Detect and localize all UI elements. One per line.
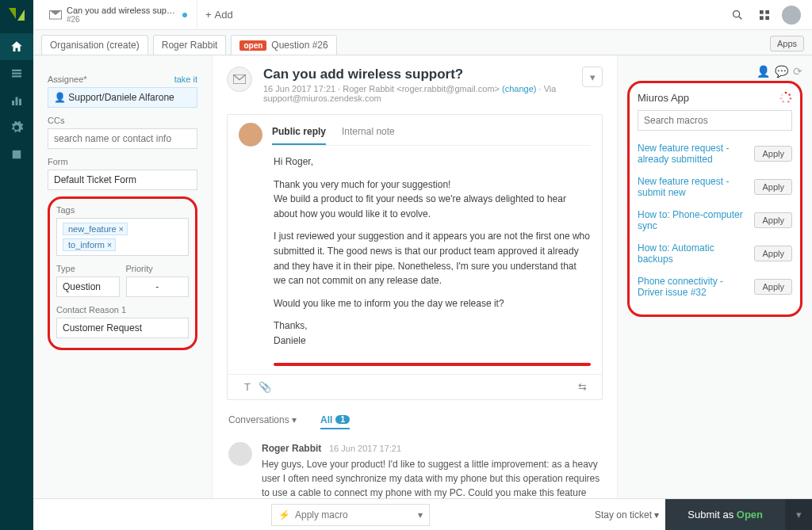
internal-note-tab[interactable]: Internal note bbox=[342, 123, 395, 145]
svg-point-15 bbox=[788, 93, 791, 96]
svg-rect-9 bbox=[760, 10, 764, 14]
svg-rect-2 bbox=[12, 75, 21, 77]
attachment-icon[interactable]: 📎 bbox=[256, 381, 274, 393]
breadcrumb-bar: Organisation (create) Roger Rabbit open … bbox=[33, 30, 812, 55]
macro-link[interactable]: New feature request - already submitted bbox=[638, 143, 748, 165]
assignee-value: Support/Daniele Alfarone bbox=[68, 92, 174, 103]
apply-macro-dropdown[interactable]: ⚡ Apply macro ▾ bbox=[271, 504, 430, 526]
macro-link[interactable]: How to: Automatic backups bbox=[638, 242, 748, 265]
expand-icon[interactable]: ⇆ bbox=[573, 381, 591, 393]
svg-point-18 bbox=[782, 101, 784, 103]
svg-rect-5 bbox=[19, 99, 21, 105]
macro-link[interactable]: New feature request - submit new bbox=[638, 176, 748, 198]
apply-macro-button[interactable]: Apply bbox=[754, 246, 792, 261]
text-format-icon[interactable]: T bbox=[239, 381, 256, 393]
submit-button[interactable]: Submit as Open bbox=[665, 499, 785, 531]
reply-editor: Public reply Internal note Hi Roger, Tha… bbox=[227, 114, 603, 400]
add-tab-button[interactable]: + Add bbox=[197, 0, 241, 30]
nav-home[interactable] bbox=[0, 33, 33, 60]
ticket-subject: Can you add wireless support? bbox=[263, 67, 571, 82]
tag-chip[interactable]: to_inform× bbox=[63, 238, 116, 251]
contact-reason-select[interactable]: Customer Request bbox=[56, 318, 189, 338]
apply-macro-button[interactable]: Apply bbox=[754, 146, 792, 162]
filter-all[interactable]: All 1 bbox=[320, 414, 350, 429]
svg-rect-1 bbox=[12, 73, 21, 74]
apply-macro-button[interactable]: Apply bbox=[754, 279, 792, 295]
type-select[interactable]: Question bbox=[56, 276, 120, 297]
apps-grid-icon[interactable] bbox=[753, 4, 776, 26]
macro-row: How to: Phone-computer syncApply bbox=[638, 204, 792, 237]
nav-other[interactable] bbox=[0, 141, 33, 168]
apps-sidebar: 👤 💬 ⟳ Miuros App New feature request - a… bbox=[618, 55, 812, 498]
submit-dropdown-button[interactable]: ▾ bbox=[785, 499, 812, 531]
search-icon[interactable] bbox=[726, 4, 749, 26]
priority-label: Priority bbox=[126, 264, 190, 273]
macro-link[interactable]: How to: Phone-computer sync bbox=[638, 209, 748, 231]
stay-on-ticket-dropdown[interactable]: Stay on ticket ▾ bbox=[595, 509, 659, 520]
macro-search-input[interactable] bbox=[638, 110, 792, 131]
refresh-icon[interactable]: ⟳ bbox=[793, 65, 802, 78]
macro-row: New feature request - already submittedA… bbox=[638, 137, 792, 170]
tab-title: Can you add wireless suppo... bbox=[67, 6, 178, 15]
apply-macro-button[interactable]: Apply bbox=[754, 212, 792, 228]
tab-subtitle: #26 bbox=[67, 15, 178, 24]
form-label: Form bbox=[48, 157, 197, 166]
tags-label: Tags bbox=[56, 205, 189, 215]
add-label: Add bbox=[215, 9, 233, 21]
miuros-title: Miuros App bbox=[638, 92, 689, 104]
svg-rect-3 bbox=[12, 101, 14, 105]
macro-link[interactable]: Phone connectivity - Driver issue #32 bbox=[638, 276, 748, 298]
person-icon: 👤 bbox=[54, 92, 66, 103]
nav-views[interactable] bbox=[0, 60, 33, 87]
profile-avatar[interactable] bbox=[780, 4, 802, 26]
nav-reporting[interactable] bbox=[0, 87, 33, 114]
type-label: Type bbox=[56, 264, 120, 273]
apply-macro-label: Apply macro bbox=[295, 509, 348, 520]
left-nav-rail bbox=[0, 0, 33, 530]
svg-point-17 bbox=[787, 101, 790, 103]
tags-field[interactable]: new_feature× to_inform× bbox=[56, 218, 189, 256]
ccs-input[interactable] bbox=[48, 128, 197, 149]
breadcrumb-ticket-label: Question #26 bbox=[271, 40, 327, 51]
remove-tag-icon[interactable]: × bbox=[107, 240, 112, 250]
assignee-field[interactable]: 👤 Support/Daniele Alfarone bbox=[48, 87, 197, 108]
form-select[interactable]: Default Ticket Form bbox=[48, 170, 197, 190]
highlighted-fields: Tags new_feature× to_inform× Type Questi… bbox=[48, 196, 197, 350]
svg-point-19 bbox=[780, 97, 783, 100]
ticket-options-button[interactable]: ▾ bbox=[582, 67, 603, 87]
ticket-tab[interactable]: Can you add wireless suppo... #26 bbox=[40, 0, 197, 30]
apply-macro-button[interactable]: Apply bbox=[754, 179, 792, 195]
agent-avatar bbox=[239, 123, 262, 147]
tag-chip[interactable]: new_feature× bbox=[63, 223, 128, 235]
breadcrumb-requester[interactable]: Roger Rabbit bbox=[153, 35, 227, 55]
remove-tag-icon[interactable]: × bbox=[119, 224, 124, 234]
macro-row: How to: Automatic backupsApply bbox=[638, 237, 792, 270]
change-requester-link[interactable]: (change) bbox=[502, 84, 536, 93]
priority-select[interactable]: - bbox=[126, 276, 190, 297]
message-item: Roger Rabbit 16 Jun 2017 17:21 Hey guys,… bbox=[213, 433, 617, 498]
nav-admin[interactable] bbox=[0, 114, 33, 141]
miuros-app-panel: Miuros App New feature request - already… bbox=[627, 81, 802, 317]
svg-rect-12 bbox=[765, 16, 769, 20]
svg-rect-4 bbox=[16, 97, 18, 106]
chevron-down-icon: ▾ bbox=[418, 509, 423, 520]
svg-point-20 bbox=[781, 93, 783, 96]
svg-point-16 bbox=[790, 97, 792, 100]
breadcrumb-ticket[interactable]: open Question #26 bbox=[231, 35, 336, 55]
comment-icon[interactable]: 💬 bbox=[775, 65, 788, 78]
macro-row: New feature request - submit newApply bbox=[638, 170, 792, 204]
conversation-count: 1 bbox=[335, 415, 350, 424]
message-time: 16 Jun 2017 17:21 bbox=[329, 444, 401, 453]
top-tab-bar: Can you add wireless suppo... #26 + Add bbox=[33, 0, 812, 30]
conversations-dropdown[interactable]: Conversations ▾ bbox=[228, 414, 297, 429]
svg-rect-6 bbox=[13, 151, 21, 159]
public-reply-tab[interactable]: Public reply bbox=[272, 123, 326, 145]
user-icon[interactable]: 👤 bbox=[756, 65, 770, 78]
svg-point-14 bbox=[785, 92, 787, 94]
apps-toggle-button[interactable]: Apps bbox=[770, 36, 804, 51]
macro-row: Phone connectivity - Driver issue #32App… bbox=[638, 270, 792, 303]
reply-textarea[interactable]: Hi Roger, Thank you very much for your s… bbox=[228, 147, 602, 360]
breadcrumb-org[interactable]: Organisation (create) bbox=[41, 35, 148, 55]
take-it-link[interactable]: take it bbox=[174, 74, 197, 84]
assignee-label: Assignee bbox=[48, 74, 87, 84]
